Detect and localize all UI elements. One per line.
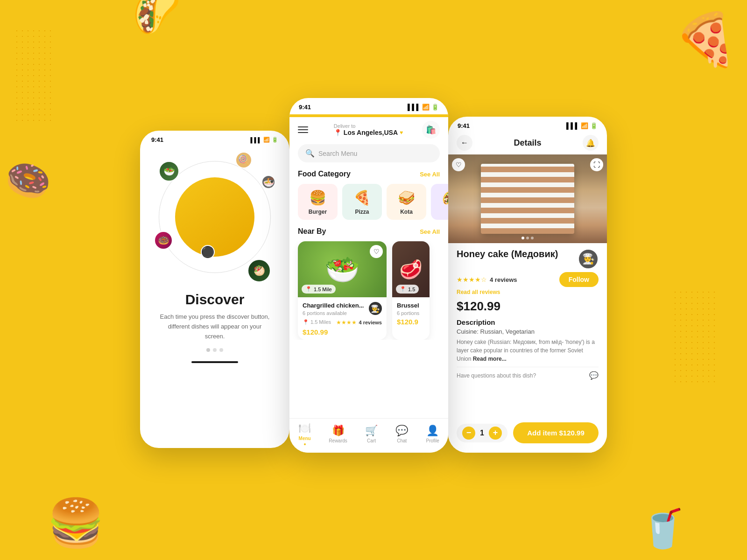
category-more[interactable]: 🌮 S [431,184,448,220]
back-button[interactable]: ← [457,135,472,151]
desc-title: Description [457,318,599,326]
card-1-price: $120.99 [303,328,382,336]
orbit-container: 🥗 🍭 🍜 🍩 ⬛ 🥙 [149,147,280,287]
hamburger-menu-button[interactable] [298,121,315,138]
nearby-title: Near By [298,227,326,236]
chef-avatar-1: 👨‍🍳 [369,302,382,315]
nav-rewards-label: Rewards [329,438,347,443]
chef-avatar-detail[interactable]: 👨‍🍳 [578,249,599,269]
nav-menu[interactable]: 🍽️ Menu [298,422,311,445]
follow-button[interactable]: Follow [559,272,599,287]
deliver-label: Deliver to [334,123,403,129]
orbit-circle [175,177,254,257]
phone-discover: 9:41 ▌▌▌ 📶 🔋 🥗 🍭 🍜 🍩 ⬛ 🥙 Discover Each t… [140,131,289,448]
nav-rewards[interactable]: 🎁 Rewards [329,425,347,443]
add-to-cart-bar: − 1 + Add item $120.99 [448,417,607,453]
nav-chat-icon: 💬 [395,425,408,437]
status-icons-2: ▌▌▌ 📶 🔋 [408,104,439,111]
see-all-nearby[interactable]: See All [420,228,440,235]
card-1-image: 🥗 📍 1.5 Mile ♡ [298,241,387,297]
pizza-label: Pizza [355,209,369,215]
location-pin-icon: 📍 [334,129,342,136]
battery-icon-2: 🔋 [431,104,439,111]
nav-active-dot [304,443,306,445]
see-all-categories[interactable]: See All [420,171,440,178]
quantity-decrease-button[interactable]: − [462,427,475,440]
nav-profile[interactable]: 👤 Profile [426,425,439,443]
dots-indicator [140,348,289,352]
card-2-name: Brussel [397,302,425,309]
favorite-button-1[interactable]: ♡ [370,245,383,258]
search-input[interactable]: Search Menu [318,150,357,157]
nearby-card-2[interactable]: 🥩 📍 1.5 Brussel 6 portions $120.9 [392,241,430,340]
item-name: Honey cake (Медовик) [457,249,578,259]
food-bubble-3: 🍜 [261,175,275,189]
nav-cart-label: Cart [367,438,376,443]
kota-emoji: 🥪 [398,189,415,206]
nearby-card-1[interactable]: 🥗 📍 1.5 Mile ♡ Chargrilled chicken... 6 … [298,241,387,340]
search-icon: 🔍 [305,149,315,158]
quantity-display: 1 [480,429,484,437]
nav-bar: 🍽️ Menu 🎁 Rewards 🛒 Cart 💬 Chat 👤 Profil… [289,418,448,453]
burger-label: Burger [309,209,327,215]
menu-line-1 [298,126,308,127]
time-3: 9:41 [458,122,470,129]
discover-title: Discover [149,292,280,308]
details-header: ← Details 🔔 [448,133,607,154]
time-1: 9:41 [151,136,163,143]
rating-row: ★★★★☆ 4 reviews Follow [457,272,599,287]
nav-chat[interactable]: 💬 Chat [395,425,408,443]
quantity-increase-button[interactable]: + [489,427,502,440]
question-row: Have questions about this dish? 💬 [457,367,599,384]
card-2-image: 🥩 📍 1.5 [392,241,430,297]
signal-icon-2: ▌▌▌ [408,104,421,111]
nav-rewards-icon: 🎁 [332,425,345,437]
item-name-row: Honey cake (Медовик) 👨‍🍳 [457,249,599,269]
category-pizza[interactable]: 🍕 Pizza [342,184,382,220]
hero-favorite-button[interactable]: ♡ [452,158,465,171]
brussel-emoji: 🥩 [399,259,423,280]
categories-row: 🍔 Burger 🍕 Pizza 🥪 Kota 🌮 S [289,184,448,227]
food-hero-image: ♡ ⛶ [448,154,607,243]
details-body: Honey cake (Медовик) 👨‍🍳 ★★★★☆ 4 reviews… [448,243,607,389]
nav-cart-icon: 🛒 [365,425,378,437]
phones-container: 9:41 ▌▌▌ 📶 🔋 🥗 🍭 🍜 🍩 ⬛ 🥙 Discover Each t… [0,0,747,560]
stars-detail: ★★★★☆ [457,276,487,283]
card-1-name: Chargrilled chicken... [303,302,364,309]
food-category-title: Food Category [298,170,351,178]
add-item-button[interactable]: Add item $120.99 [513,422,599,443]
category-burger[interactable]: 🍔 Burger [298,184,338,220]
food-bubble-4: 🍩 [154,231,173,250]
distance-text-1: 1.5 Mile [314,287,332,292]
read-all-reviews[interactable]: Read all reviews [457,289,599,295]
food-bubble-5: ⬛ [201,245,215,259]
wifi-icon-3: 📶 [581,122,588,129]
card-2-price: $120.9 [397,318,425,326]
hero-dot-3 [531,237,534,239]
signal-icon-3: ▌▌▌ [566,122,579,129]
stars-1: ★★★★ [336,319,357,326]
bag-button[interactable]: 🛍️ [422,121,440,139]
signal-icon-1: ▌▌▌ [251,137,261,143]
read-more-link[interactable]: Read more... [473,356,507,362]
quantity-control: − 1 + [457,424,507,442]
cuisine-text: Cuisine: Russian, Vegetarian [457,328,599,335]
food-bubble-1: 🥗 [159,161,179,182]
item-price: $120.99 [457,299,599,314]
expand-button[interactable]: ⛶ [590,158,603,171]
pin-icon-2: 📍 [400,286,406,292]
hero-dots [521,237,534,239]
home-indicator-1 [191,361,238,363]
nearby-header: Near By See All [289,227,448,241]
nav-menu-label: Menu [299,436,311,441]
pin-icon-small-1: 📍 [303,319,309,325]
nav-cart[interactable]: 🛒 Cart [365,425,378,443]
cake-visual [481,164,574,234]
deliver-location[interactable]: 📍 Los Angeles,USA ♥ [334,129,403,136]
pizza-emoji: 🍕 [353,189,371,206]
menu-header: Deliver to 📍 Los Angeles,USA ♥ 🛍️ [289,117,448,144]
chat-icon-detail[interactable]: 💬 [589,371,599,380]
category-kota[interactable]: 🥪 Kota [387,184,426,220]
notification-button[interactable]: 🔔 [583,135,599,151]
search-bar[interactable]: 🔍 Search Menu [298,144,440,162]
